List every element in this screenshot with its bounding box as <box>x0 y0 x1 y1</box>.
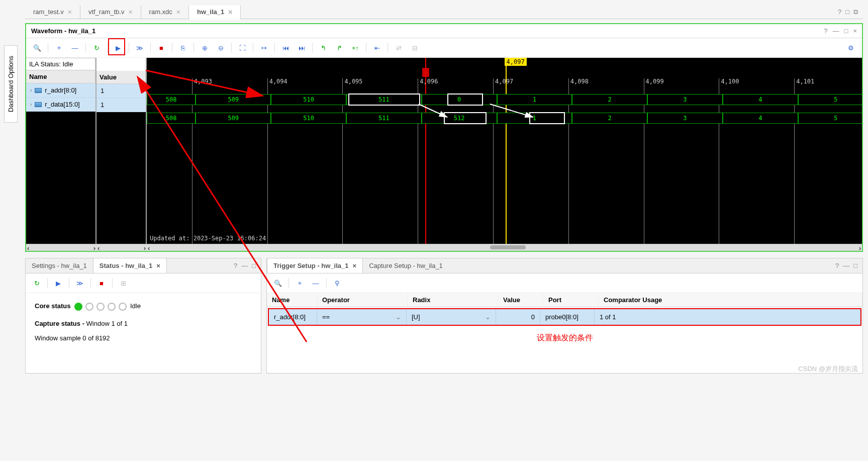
stop-icon[interactable]: ■ <box>94 276 109 290</box>
zoom-in-icon[interactable]: ⊕ <box>198 41 212 54</box>
plus-icon[interactable]: ＋ <box>52 41 66 54</box>
tab-trigger-setup[interactable]: Trigger Setup - hw_ila_1× <box>267 258 363 273</box>
fast-forward-icon[interactable]: ≫ <box>133 41 147 54</box>
signal-row-data[interactable]: ›r_data[15:0] <box>26 98 95 112</box>
maximize-icon[interactable]: □ <box>844 27 848 35</box>
bus-value: 1 <box>497 113 572 124</box>
waveform-area[interactable]: 4,097 4,0934,0944,0954,0964,0974,0984,09… <box>147 58 862 244</box>
bus-value: 4 <box>723 94 798 105</box>
signal-values-column: Value 1 1 <box>97 58 147 244</box>
trigger-radix[interactable]: [U]⌄ <box>407 309 496 325</box>
bus-value: 510 <box>271 113 346 124</box>
prev-transition-icon[interactable]: ↰ <box>316 41 330 54</box>
stop-icon[interactable]: ■ <box>154 41 168 54</box>
trigger-table-header: Name Operator Radix Value Port Comparato… <box>267 293 862 307</box>
refresh-icon[interactable]: ↻ <box>89 41 104 54</box>
capture-sample: Window sample 0 of 8192 <box>35 334 252 342</box>
ruler-icon[interactable]: ⊟ <box>408 41 422 54</box>
add-marker-icon[interactable]: +↑ <box>348 41 362 54</box>
logic-icon[interactable]: ⚲ <box>330 276 344 290</box>
tab-status[interactable]: Status - hw_ila_1× <box>93 258 167 273</box>
close-icon[interactable]: × <box>128 8 132 16</box>
minimize-icon[interactable]: — <box>241 262 248 269</box>
minimize-icon[interactable]: — <box>843 262 849 269</box>
goto-first-icon[interactable]: ⏮ <box>278 41 293 54</box>
prev-edge-icon[interactable]: ⇤ <box>370 41 384 54</box>
trigger-name: r_addr[8:0] <box>269 309 317 325</box>
play-icon[interactable]: ▶ <box>51 276 65 290</box>
bus-value: 3 <box>647 113 723 124</box>
yellow-marker[interactable]: 4,097 <box>505 58 527 66</box>
trigger-value[interactable]: 0 <box>496 309 540 325</box>
next-transition-icon[interactable]: ↱ <box>332 41 346 54</box>
tab-settings[interactable]: Settings - hw_ila_1 <box>26 258 93 273</box>
tab-ram-xdc[interactable]: ram.xdc× <box>141 6 189 19</box>
minimize-icon[interactable]: — <box>833 27 839 35</box>
bus-value: 1 <box>497 94 572 105</box>
fast-forward-icon[interactable]: ≫ <box>73 276 87 290</box>
restore-icon[interactable]: ⧉ <box>853 8 858 16</box>
gear-icon[interactable]: ⚙ <box>844 41 858 54</box>
chevron-down-icon[interactable]: ⌄ <box>396 313 401 321</box>
tab-hw-ila-1[interactable]: hw_ila_1× <box>189 6 241 20</box>
export-icon[interactable]: ⎘ <box>176 41 190 54</box>
maximize-icon[interactable]: □ <box>853 262 857 269</box>
help-icon[interactable]: ? <box>838 8 841 16</box>
bus-icon <box>35 88 42 93</box>
timetick: 4,093 <box>192 78 212 87</box>
status-panel: Settings - hw_ila_1 Status - hw_ila_1× ?… <box>25 258 261 374</box>
close-icon[interactable]: × <box>353 262 357 269</box>
dashboard-options-sidetab[interactable]: Dashboard Options <box>4 45 18 123</box>
tab-vtf-ram-tb[interactable]: vtf_ram_tb.v× <box>80 6 141 19</box>
help-icon[interactable]: ? <box>835 262 839 269</box>
close-icon[interactable]: × <box>156 262 160 269</box>
waveform-toolbar: 🔍 ＋ — ↻ ▶ ≫ ■ ⎘ ⊕ ⊖ ⛶ ↦ ⏮ ⏭ ↰ ↱ +↑ ⇤ ⇄ ⊟… <box>26 38 862 58</box>
help-icon[interactable]: ? <box>234 262 237 269</box>
search-icon[interactable]: 🔍 <box>271 276 285 290</box>
signal-name: r_addr[8:0] <box>45 86 76 94</box>
value-header: Value <box>97 71 146 84</box>
close-icon[interactable]: × <box>853 27 857 35</box>
name-header: Name <box>26 70 95 83</box>
watermark: CSDN @岁月指尖流 <box>798 364 858 374</box>
bus-value: 5 <box>798 113 862 124</box>
bus-value: 5 <box>798 94 862 105</box>
bus-value: 511 <box>346 113 422 124</box>
zoom-fit-icon[interactable]: ⛶ <box>235 41 249 54</box>
timetick: 4,097 <box>493 78 513 87</box>
updated-timestamp: Updated at: 2023-Sep-23 16:06:24 <box>150 235 266 242</box>
trigger-row[interactable]: r_addr[8:0] ==⌄ [U]⌄ 0 probe0[8:0] 1 of … <box>269 309 860 325</box>
chevron-down-icon[interactable]: ⌄ <box>485 313 491 321</box>
tab-ram-test[interactable]: ram_test.v× <box>25 6 80 19</box>
minus-icon[interactable]: — <box>309 276 323 290</box>
tab-label: vtf_ram_tb.v <box>88 8 125 16</box>
swap-icon[interactable]: ⇄ <box>392 41 406 54</box>
bus-value: 508 <box>147 94 196 105</box>
chevron-right-icon[interactable]: › <box>30 102 32 107</box>
trigger-operator[interactable]: ==⌄ <box>317 309 407 325</box>
maximize-icon[interactable]: □ <box>845 8 849 16</box>
signal-row-addr[interactable]: ›r_addr[8:0] <box>26 83 95 98</box>
goto-last-icon[interactable]: ⏭ <box>295 41 309 54</box>
close-icon[interactable]: × <box>68 8 72 16</box>
play-icon[interactable]: ▶ <box>111 41 125 54</box>
plus-icon[interactable]: ＋ <box>293 276 307 290</box>
layout-icon[interactable]: ⊞ <box>116 276 130 290</box>
chevron-right-icon[interactable]: › <box>30 87 32 93</box>
goto-cursor-icon[interactable]: ↦ <box>257 41 271 54</box>
close-icon[interactable]: × <box>176 8 180 16</box>
signal-value: 1 <box>97 98 146 112</box>
tab-capture-setup[interactable]: Capture Setup - hw_ila_1 <box>363 258 449 273</box>
help-icon[interactable]: ? <box>824 27 827 35</box>
timetick: 4,101 <box>794 78 814 87</box>
refresh-icon[interactable]: ↻ <box>30 276 44 290</box>
zoom-out-icon[interactable]: ⊖ <box>214 41 228 54</box>
maximize-icon[interactable]: □ <box>252 262 256 269</box>
minus-icon[interactable]: — <box>68 41 82 54</box>
tab-label: ram.xdc <box>149 8 172 16</box>
search-icon[interactable]: 🔍 <box>30 41 44 54</box>
close-icon[interactable]: × <box>228 8 232 16</box>
timetick: 4,099 <box>644 78 664 87</box>
timetick: 4,095 <box>342 78 362 87</box>
status-dots <box>74 303 127 311</box>
